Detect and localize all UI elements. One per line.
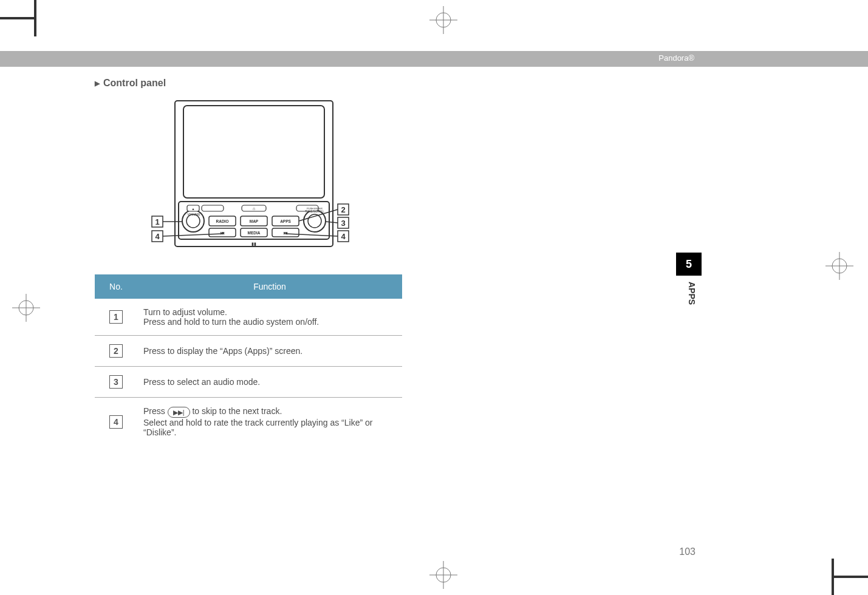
row-text: Select and hold to rate the track curren… [143, 418, 372, 437]
thumb-tab: 5 [676, 253, 702, 276]
table-row: 1 Turn to adjust volume. Press and hold … [95, 299, 402, 336]
row-text-prefix: Press [143, 406, 168, 416]
page-number: 103 [679, 546, 695, 557]
row-number: 2 [109, 344, 123, 358]
next-track-button-icon: ▶▶| [168, 407, 190, 418]
registration-mark-top [429, 6, 457, 34]
row-text: Press to select an audio mode. [143, 377, 260, 387]
svg-text:3: 3 [341, 219, 345, 228]
svg-text:▮▮: ▮▮ [251, 242, 256, 246]
row-number: 1 [109, 310, 123, 324]
row-number: 3 [109, 375, 123, 389]
svg-text:TUNE/SCROLL: TUNE/SCROLL [305, 210, 324, 213]
svg-rect-13 [183, 106, 324, 198]
breadcrumb: Pandora® [658, 53, 694, 63]
col-no-header: No. [95, 274, 137, 299]
svg-text:4: 4 [341, 232, 346, 241]
row-number: 4 [109, 415, 123, 429]
svg-text:RADIO: RADIO [216, 219, 229, 223]
svg-point-16 [186, 214, 200, 228]
row-text: Press and hold to turn the audio system … [143, 317, 319, 327]
thumb-tab-label: APPS [687, 282, 697, 305]
function-table: No. Function 1 Turn to adjust volume. Pr… [95, 274, 402, 446]
svg-text:⏭: ⏭ [284, 231, 288, 235]
table-row: 3 Press to select an audio mode. [95, 367, 402, 398]
svg-text:2: 2 [341, 205, 345, 214]
thumb-tab-number: 5 [686, 258, 692, 270]
svg-text:▲: ▲ [191, 207, 194, 211]
header-background [0, 51, 868, 67]
svg-text:VOLUME: VOLUME [187, 212, 200, 216]
svg-text:MAP: MAP [250, 219, 259, 223]
table-row: 2 Press to display the “Apps (Apps)” scr… [95, 336, 402, 367]
crop-mark-bottom-right [819, 546, 868, 595]
breadcrumb-text: Pandora® [658, 53, 694, 63]
row-text: Press to display the “Apps (Apps)” scree… [143, 346, 302, 356]
svg-text:MEDIA: MEDIA [248, 231, 261, 235]
table-row: 4 Press ▶▶| to skip to the next track. S… [95, 398, 402, 446]
svg-text:4: 4 [155, 232, 160, 241]
svg-rect-26 [202, 205, 224, 211]
control-panel-diagram: RADIO MAP APPS ⏮ MEDIA ⏭ ▮▮ ▲ ⌂ VOLUME T… [151, 97, 402, 257]
svg-text:1: 1 [155, 217, 159, 226]
registration-mark-right [825, 252, 853, 280]
section-title: Control panel [95, 78, 402, 89]
registration-mark-left [12, 294, 40, 322]
svg-text:⏮: ⏮ [220, 231, 225, 235]
svg-text:APPS: APPS [280, 219, 291, 223]
col-func-header: Function [137, 274, 402, 299]
row-text-after: to skip to the next track. [190, 406, 282, 416]
svg-text:PUSH ENTER: PUSH ENTER [307, 207, 323, 210]
crop-mark-top-left [0, 0, 49, 49]
registration-mark-bottom [429, 561, 457, 589]
page-content: Control panel [95, 78, 402, 446]
row-text: Turn to adjust volume. [143, 307, 227, 317]
svg-text:⌂: ⌂ [253, 206, 255, 211]
